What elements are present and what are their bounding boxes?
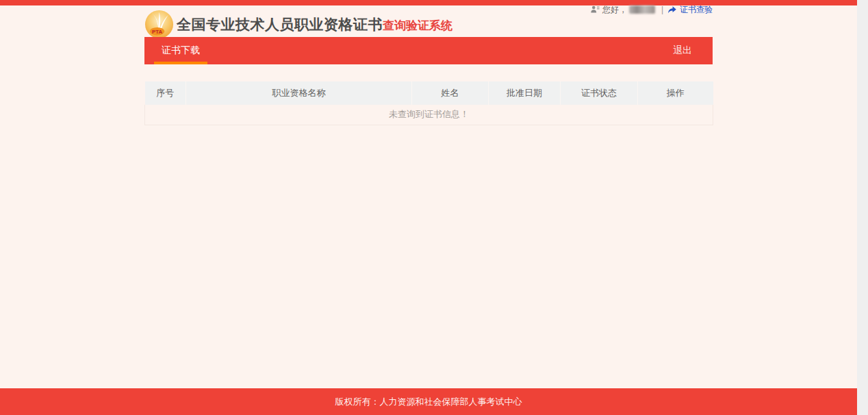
main-nav: 证书下载 退出 — [144, 37, 713, 64]
logout-label: 退出 — [673, 45, 692, 57]
certificate-table: 序号职业资格名称姓名批准日期证书状态操作 未查询到证书信息！ — [144, 81, 713, 125]
verify-link-label: 证书查验 — [680, 4, 713, 16]
masked-username — [629, 5, 655, 14]
greeting-divider: | — [661, 5, 663, 14]
pta-logo-icon: PTA — [144, 10, 174, 39]
column-header-3: 批准日期 — [489, 81, 561, 105]
site-title: 全国专业技术人员职业资格证书查询验证系统 — [177, 15, 452, 34]
logo-text: PTA — [152, 29, 162, 35]
column-header-0: 序号 — [145, 81, 186, 105]
page-header: PTA 全国专业技术人员职业资格证书查询验证系统 您好， | — [144, 0, 713, 37]
greeting-text: 您好， — [602, 4, 627, 16]
column-header-5: 操作 — [638, 81, 713, 105]
tab-certificate-download[interactable]: 证书下载 — [154, 37, 207, 64]
logout-button[interactable]: 退出 — [652, 37, 713, 64]
certificate-verify-link[interactable]: 证书查验 — [667, 4, 713, 16]
certificate-table-wrap: 序号职业资格名称姓名批准日期证书状态操作 未查询到证书信息！ — [144, 81, 713, 125]
site-title-accent: 查询验证系统 — [383, 19, 452, 32]
site-title-main: 全国专业技术人员职业资格证书 — [177, 16, 383, 32]
page-viewport: PTA 全国专业技术人员职业资格证书查询验证系统 您好， | — [0, 0, 857, 415]
user-icon — [590, 5, 600, 14]
tab-label: 证书下载 — [162, 45, 200, 57]
user-greeting: 您好， | 证书查验 — [590, 3, 713, 16]
nav-spacer — [207, 37, 652, 64]
table-header-row: 序号职业资格名称姓名批准日期证书状态操作 — [145, 81, 713, 105]
empty-row: 未查询到证书信息！ — [145, 105, 713, 125]
scrollbar-track[interactable] — [857, 0, 868, 415]
forward-arrow-icon — [667, 5, 677, 14]
column-header-1: 职业资格名称 — [186, 81, 412, 105]
column-header-4: 证书状态 — [561, 81, 638, 105]
copyright-text: 版权所有：人力资源和社会保障部人事考试中心 — [335, 396, 522, 408]
empty-message: 未查询到证书信息！ — [145, 105, 713, 125]
column-header-2: 姓名 — [412, 81, 489, 105]
page-footer: 版权所有：人力资源和社会保障部人事考试中心 — [0, 388, 857, 415]
